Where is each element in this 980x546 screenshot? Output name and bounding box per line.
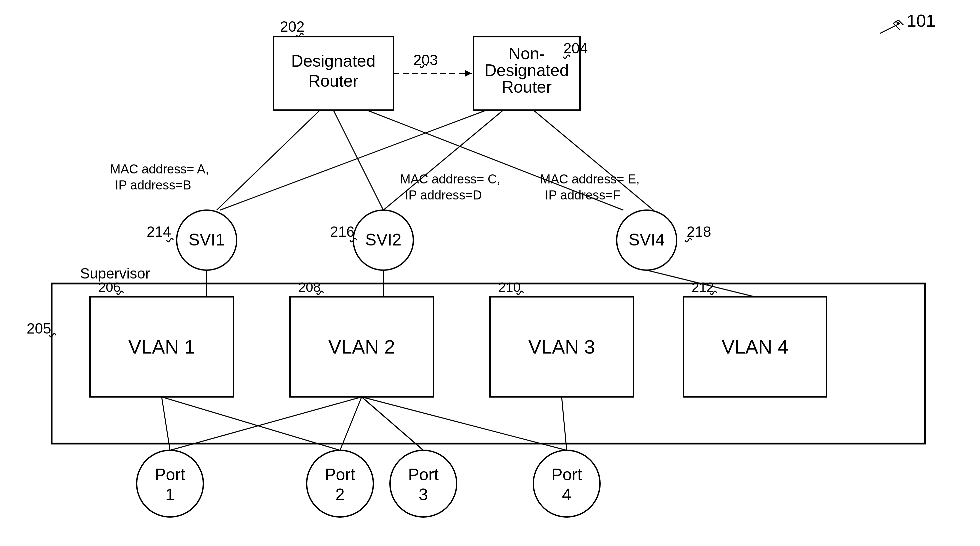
ref-202: 202	[280, 18, 304, 35]
designated-router-label2: Router	[308, 72, 358, 90]
mac-ab-label2: IP address=B	[115, 178, 191, 192]
port1-label1: Port	[155, 465, 185, 484]
diagram-container: 101 202 204 Designated Router Non- Desig…	[0, 0, 980, 546]
ref-218: 218	[687, 224, 711, 240]
mac-ef-label2: IP address=F	[545, 188, 620, 202]
svi4-label: SVI4	[628, 230, 665, 249]
port4-label2: 4	[562, 485, 571, 504]
svg-line-3	[880, 23, 900, 34]
ref-214: 214	[147, 224, 171, 240]
figure-number: 101	[907, 11, 935, 30]
ref-208: 208	[298, 280, 321, 295]
vlan1-label: VLAN 1	[128, 336, 195, 358]
svg-marker-6	[465, 70, 472, 77]
svg-line-18	[162, 397, 340, 450]
svg-line-19	[340, 397, 362, 450]
mac-cd-label2: IP address=D	[405, 188, 482, 202]
ref-205: 205	[27, 320, 51, 337]
ref-216: 216	[330, 224, 354, 240]
non-designated-label2: Designated	[485, 61, 569, 80]
designated-router-label: Designated	[291, 52, 375, 70]
svi2-label: SVI2	[365, 230, 401, 249]
ref-204: 204	[563, 40, 588, 56]
port2-label2: 2	[335, 485, 345, 504]
port2-label1: Port	[325, 465, 355, 484]
vlan4-label: VLAN 4	[722, 336, 788, 358]
svg-line-8	[333, 110, 383, 210]
svi1-label: SVI1	[189, 230, 225, 249]
port3-label1: Port	[408, 465, 439, 484]
mac-ef-label: MAC address= E,	[540, 172, 640, 186]
non-designated-label3: Router	[502, 78, 552, 96]
supervisor-box	[52, 284, 925, 444]
ref-203: 203	[413, 52, 438, 68]
ref-206: 206	[98, 280, 121, 295]
mac-ab-label: MAC address= A,	[110, 162, 209, 176]
svg-line-17	[170, 397, 362, 450]
svg-line-16	[162, 397, 170, 450]
port4-label1: Port	[551, 465, 582, 484]
non-designated-label1: Non-	[509, 45, 545, 63]
port1-label2: 1	[165, 485, 175, 504]
svg-line-7	[217, 110, 320, 210]
vlan3-label: VLAN 3	[528, 336, 595, 358]
vlan2-label: VLAN 2	[328, 336, 395, 358]
ref-210: 210	[498, 280, 521, 295]
svg-line-22	[562, 397, 567, 450]
port3-label2: 3	[418, 485, 428, 504]
supervisor-label: Supervisor	[80, 265, 150, 281]
